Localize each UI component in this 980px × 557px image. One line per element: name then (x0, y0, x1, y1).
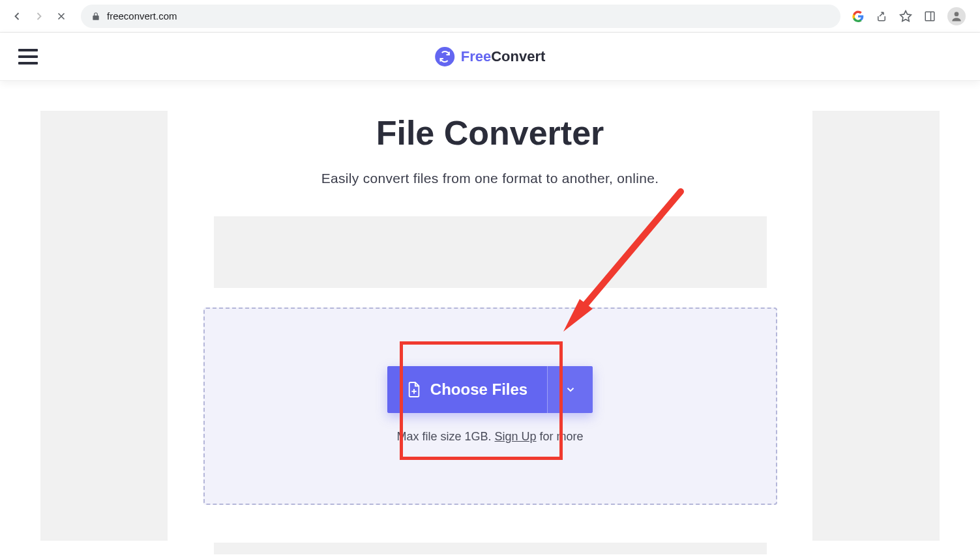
address-bar[interactable]: freeconvert.com (81, 5, 840, 28)
svg-marker-0 (900, 10, 912, 21)
panel-icon[interactable] (924, 10, 936, 22)
file-plus-icon (407, 381, 421, 398)
choose-files-dropdown-button[interactable] (547, 366, 593, 413)
logo-circle-icon (435, 47, 454, 66)
share-icon[interactable] (876, 10, 887, 22)
browser-right-icons (847, 7, 971, 25)
back-button[interactable] (9, 8, 25, 24)
choose-files-button-group: Choose Files (387, 366, 593, 413)
choose-files-label: Choose Files (430, 380, 527, 399)
svg-point-3 (955, 12, 959, 16)
choose-files-button[interactable]: Choose Files (387, 366, 547, 413)
url-text: freeconvert.com (107, 10, 177, 21)
logo-text: FreeConvert (461, 48, 546, 65)
left-ad-placeholder (40, 111, 168, 541)
main-column: File Converter Easily convert files from… (196, 111, 784, 554)
bottom-ad-placeholder (214, 543, 767, 554)
bookmark-star-icon[interactable] (899, 10, 912, 23)
chevron-down-icon (565, 384, 576, 395)
menu-hamburger-icon[interactable] (18, 49, 38, 64)
google-icon[interactable] (852, 10, 864, 22)
top-ad-placeholder (214, 216, 767, 288)
site-logo[interactable]: FreeConvert (435, 47, 546, 66)
profile-avatar[interactable] (947, 7, 966, 25)
page-subtitle: Easily convert files from one format to … (321, 171, 659, 186)
lock-icon (91, 12, 100, 21)
stop-button[interactable] (53, 8, 69, 24)
page-title: File Converter (376, 113, 604, 152)
svg-marker-7 (563, 299, 593, 332)
sign-up-link[interactable]: Sign Up (494, 430, 536, 443)
right-ad-placeholder (812, 111, 940, 541)
svg-rect-1 (925, 12, 934, 21)
forward-button[interactable] (31, 8, 47, 24)
file-drop-zone[interactable]: Choose Files Max file size 1GB. Sign Up … (203, 307, 777, 505)
page-body: File Converter Easily convert files from… (0, 81, 980, 554)
file-limit-text: Max file size 1GB. Sign Up for more (396, 430, 583, 444)
browser-toolbar: freeconvert.com (0, 0, 980, 33)
site-header: FreeConvert (0, 33, 980, 81)
